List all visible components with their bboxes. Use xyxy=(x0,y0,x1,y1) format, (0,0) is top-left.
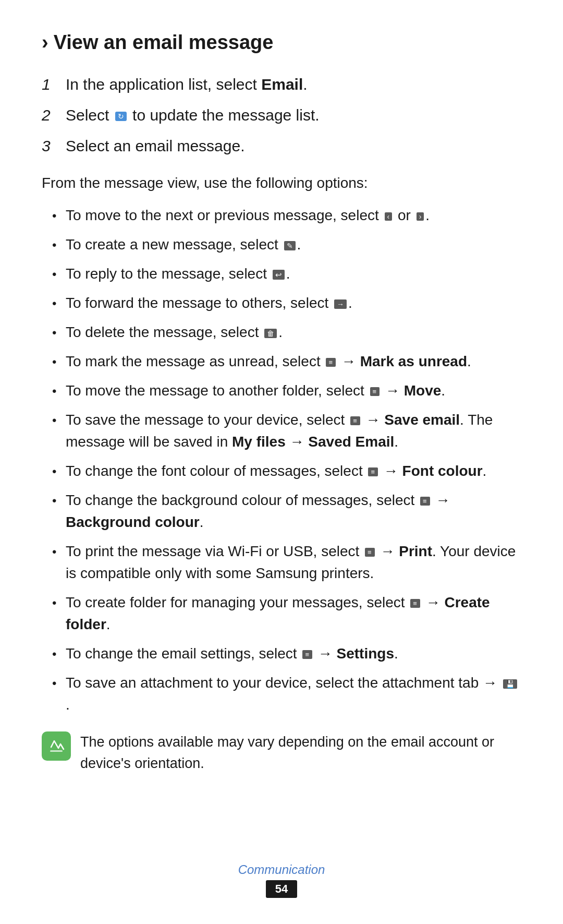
bullet-dot: • xyxy=(52,353,64,371)
note-text: The options available may vary depending… xyxy=(80,731,521,774)
bullet-content: To save an attachment to your device, se… xyxy=(66,672,521,716)
step-number-3: 3 xyxy=(42,134,66,158)
step-number-1: 1 xyxy=(42,73,66,96)
bullet-dot: • xyxy=(52,462,64,481)
menu-icon: ≡ xyxy=(365,548,375,557)
prev-icon: ‹ xyxy=(385,212,393,221)
list-item: • To move to the next or previous messag… xyxy=(42,205,521,226)
step-2: 2 Select ↻ to update the message list. xyxy=(42,103,521,127)
menu-icon: ≡ xyxy=(326,358,336,367)
menu-icon: ≡ xyxy=(420,497,430,506)
step-number-2: 2 xyxy=(42,103,66,127)
bullet-dot: • xyxy=(52,207,64,225)
bullet-dot: • xyxy=(52,411,64,430)
bullet-content: To move the message to another folder, s… xyxy=(66,380,445,402)
footer-page-number: 54 xyxy=(266,880,297,898)
list-item: • To create a new message, select ✎. xyxy=(42,234,521,256)
intro-text: From the message view, use the following… xyxy=(42,172,521,194)
save-attach-icon: 💾 xyxy=(503,679,517,689)
menu-icon: ≡ xyxy=(368,467,378,476)
menu-icon: ≡ xyxy=(370,387,380,396)
reply-icon: ↩ xyxy=(273,270,285,280)
bullet-content: To reply to the message, select ↩. xyxy=(66,263,290,285)
compose-icon: ✎ xyxy=(284,241,296,250)
bullet-dot: • xyxy=(52,323,64,342)
bullet-content: To create a new message, select ✎. xyxy=(66,234,301,256)
bullet-dot: • xyxy=(52,294,64,313)
bullet-dot: • xyxy=(52,674,64,693)
steps-list: 1 In the application list, select Email.… xyxy=(42,73,521,158)
chevron-icon: › xyxy=(42,31,48,54)
svg-rect-1 xyxy=(50,750,63,752)
bullet-dot: • xyxy=(52,236,64,255)
list-item: • To delete the message, select 🗑. xyxy=(42,321,521,343)
list-item: • To change the email settings, select ≡… xyxy=(42,643,521,665)
step-text-3: Select an email message. xyxy=(66,134,245,158)
next-icon: › xyxy=(417,212,424,221)
list-item: • To forward the message to others, sele… xyxy=(42,292,521,314)
bullet-dot: • xyxy=(52,645,64,664)
list-item: • To reply to the message, select ↩. xyxy=(42,263,521,285)
list-item: • To print the message via Wi-Fi or USB,… xyxy=(42,541,521,584)
bullet-list: • To move to the next or previous messag… xyxy=(42,205,521,716)
menu-icon: ≡ xyxy=(350,416,360,425)
bullet-content: To move to the next or previous message,… xyxy=(66,205,430,226)
list-item: • To save an attachment to your device, … xyxy=(42,672,521,716)
note-svg-icon xyxy=(47,737,66,755)
page-title: › View an email message xyxy=(42,31,521,54)
delete-icon: 🗑 xyxy=(264,329,277,338)
list-item: • To move the message to another folder,… xyxy=(42,380,521,402)
bullet-dot: • xyxy=(52,491,64,510)
bullet-content: To change the background colour of messa… xyxy=(66,489,521,533)
page-footer: Communication 54 xyxy=(0,862,563,898)
svg-rect-0 xyxy=(47,737,66,755)
bullet-content: To create folder for managing your messa… xyxy=(66,592,521,635)
step-text-1: In the application list, select Email. xyxy=(66,73,308,96)
list-item: • To mark the message as unread, select … xyxy=(42,351,521,373)
bullet-content: To change the font colour of messages, s… xyxy=(66,460,486,482)
note-box: The options available may vary depending… xyxy=(42,731,521,774)
forward-icon: → xyxy=(334,299,347,309)
list-item: • To change the background colour of mes… xyxy=(42,489,521,533)
note-icon xyxy=(42,731,71,761)
bullet-dot: • xyxy=(52,543,64,561)
bullet-dot: • xyxy=(52,594,64,613)
step-3: 3 Select an email message. xyxy=(42,134,521,158)
list-item: • To save the message to your device, se… xyxy=(42,409,521,453)
bullet-content: To print the message via Wi-Fi or USB, s… xyxy=(66,541,521,584)
bullet-content: To forward the message to others, select… xyxy=(66,292,352,314)
refresh-icon: ↻ xyxy=(115,112,127,121)
menu-icon: ≡ xyxy=(410,599,420,608)
step-1: 1 In the application list, select Email. xyxy=(42,73,521,96)
bullet-dot: • xyxy=(52,265,64,284)
step-text-2: Select ↻ to update the message list. xyxy=(66,103,320,127)
bullet-content: To delete the message, select 🗑. xyxy=(66,321,283,343)
bullet-content: To save the message to your device, sele… xyxy=(66,409,521,453)
footer-label: Communication xyxy=(238,862,325,877)
menu-icon: ≡ xyxy=(302,650,312,659)
list-item: • To change the font colour of messages,… xyxy=(42,460,521,482)
bullet-content: To change the email settings, select ≡ →… xyxy=(66,643,398,665)
bullet-dot: • xyxy=(52,382,64,401)
list-item: • To create folder for managing your mes… xyxy=(42,592,521,635)
bullet-content: To mark the message as unread, select ≡ … xyxy=(66,351,471,373)
